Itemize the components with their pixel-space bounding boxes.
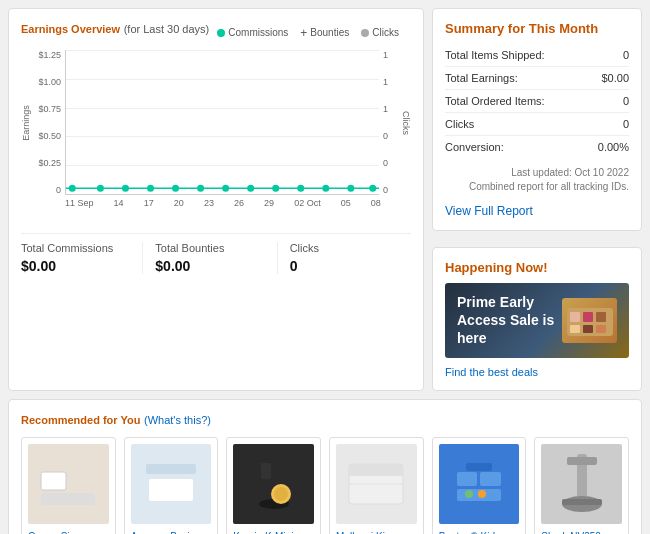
svg-rect-22 — [41, 472, 66, 490]
legend-bounties: + Bounties — [300, 26, 349, 40]
svg-point-10 — [297, 185, 304, 192]
product-image — [336, 444, 417, 524]
svg-rect-15 — [570, 312, 580, 322]
product-card: Queen Size Sheet Set - 6...by CGK Unlimi… — [21, 437, 116, 534]
svg-point-41 — [478, 490, 486, 498]
products-row: Queen Size Sheet Set - 6...by CGK Unlimi… — [21, 437, 629, 534]
product-name[interactable]: Queen Size Sheet Set - 6... — [28, 530, 109, 534]
summary-updated: Last updated: Oct 10 2022 Combined repor… — [445, 166, 629, 194]
svg-point-12 — [347, 185, 354, 192]
chart-inner — [65, 50, 379, 195]
earnings-chart: Earnings $1.25 $1.00 $0.75 $0.50 $0.25 0 — [21, 50, 411, 225]
chart-legend: Commissions + Bounties Clicks — [217, 26, 399, 40]
svg-rect-16 — [583, 312, 593, 322]
promo-image — [562, 298, 617, 343]
svg-point-3 — [122, 185, 129, 192]
product-card: Keurig K-Mini Coffee Ma...by Keurig$99.9… — [226, 437, 321, 534]
svg-point-5 — [172, 185, 179, 192]
svg-rect-18 — [570, 325, 580, 333]
promo-palette-icon — [565, 300, 615, 340]
right-column: Summary for This Month Total Items Shipp… — [432, 8, 642, 391]
svg-rect-28 — [261, 463, 271, 479]
svg-point-40 — [465, 490, 473, 498]
product-name[interactable]: Bentgo® Kids Leak-Proof... — [439, 530, 520, 534]
find-deals-link[interactable]: Find the best deals — [445, 366, 629, 378]
svg-point-6 — [197, 185, 204, 192]
svg-point-9 — [272, 185, 279, 192]
svg-point-13 — [369, 185, 376, 192]
svg-point-31 — [274, 487, 288, 501]
happening-title: Happening Now! — [445, 260, 629, 275]
commissions-dot — [217, 29, 225, 37]
chart-svg — [66, 50, 379, 194]
svg-point-2 — [97, 185, 104, 192]
clicks-dot — [361, 29, 369, 37]
svg-point-11 — [322, 185, 329, 192]
product-image — [28, 444, 109, 524]
y-axis-right: 1 1 1 0 0 0 — [379, 50, 399, 195]
svg-rect-37 — [480, 472, 501, 486]
svg-rect-26 — [149, 479, 193, 501]
promo-banner[interactable]: Prime Early Access Sale is here — [445, 283, 629, 358]
happening-panel: Happening Now! Prime Early Access Sale i… — [432, 247, 642, 391]
summary-row-ordered: Total Ordered Items: 0 — [445, 90, 629, 113]
product-image — [541, 444, 622, 524]
product-name[interactable]: Keurig K-Mini Coffee Ma... — [233, 530, 314, 534]
summary-row-earnings: Total Earnings: $0.00 — [445, 67, 629, 90]
svg-rect-19 — [583, 325, 593, 333]
svg-rect-43 — [567, 457, 597, 465]
recommended-panel: Recommended for You (What's this?) Queen… — [8, 399, 642, 534]
bounties-plus: + — [300, 26, 307, 40]
svg-rect-17 — [596, 312, 606, 322]
total-commissions: Total Commissions $0.00 — [21, 242, 143, 274]
product-card: Mellanni King Size Sheet...by Mellanni$5… — [329, 437, 424, 534]
total-bounties: Total Bounties $0.00 — [155, 242, 277, 274]
product-card: Bentgo® Kids Leak-Proof...by Bentgo$39.9… — [432, 437, 527, 534]
svg-rect-25 — [146, 464, 196, 474]
product-image — [233, 444, 314, 524]
product-name[interactable]: Amazon Basics Lightwei... — [131, 530, 212, 534]
svg-point-4 — [147, 185, 154, 192]
totals-row: Total Commissions $0.00 Total Bounties $… — [21, 233, 411, 274]
product-name[interactable]: Mellanni King Size Sheet... — [336, 530, 417, 534]
svg-rect-23 — [41, 493, 95, 505]
summary-row-shipped: Total Items Shipped: 0 — [445, 44, 629, 67]
product-image — [131, 444, 212, 524]
summary-row-clicks: Clicks 0 — [445, 113, 629, 136]
summary-title: Summary for This Month — [445, 21, 629, 36]
summary-rows: Total Items Shipped: 0 Total Earnings: $… — [445, 44, 629, 158]
product-image — [439, 444, 520, 524]
svg-rect-45 — [562, 499, 602, 505]
view-full-report-link[interactable]: View Full Report — [445, 204, 629, 218]
svg-rect-20 — [596, 325, 606, 333]
earnings-panel: Earnings Overview (for Last 30 days) Com… — [8, 8, 424, 391]
recommended-title: Recommended for You (What's this?) — [21, 412, 629, 427]
y-axis-label-clicks: Clicks — [401, 111, 411, 135]
y-axis-label-earnings: Earnings — [21, 105, 31, 141]
earnings-title: Earnings Overview (for Last 30 days) — [21, 21, 209, 36]
svg-point-7 — [222, 185, 229, 192]
x-axis: 11 Sep 14 17 20 23 26 29 02 Oct 05 08 — [21, 198, 411, 208]
summary-row-conversion: Conversion: 0.00% — [445, 136, 629, 158]
svg-point-1 — [69, 185, 76, 192]
product-name[interactable]: Shark NV352 Nav... — [541, 530, 622, 534]
svg-rect-39 — [466, 463, 492, 471]
svg-rect-33 — [349, 464, 403, 476]
total-clicks: Clicks 0 — [290, 242, 411, 274]
svg-rect-36 — [457, 472, 477, 486]
summary-panel: Summary for This Month Total Items Shipp… — [432, 8, 642, 231]
legend-clicks: Clicks — [361, 26, 399, 40]
promo-text: Prime Early Access Sale is here — [457, 293, 562, 348]
product-card: Shark NV352 Nav...by SharkNinja$199.99$1… — [534, 437, 629, 534]
product-card: Amazon Basics Lightwei...by Amazon Basic… — [124, 437, 219, 534]
y-axis-left: $1.25 $1.00 $0.75 $0.50 $0.25 0 — [33, 50, 65, 195]
legend-commissions: Commissions — [217, 26, 288, 40]
svg-point-8 — [247, 185, 254, 192]
